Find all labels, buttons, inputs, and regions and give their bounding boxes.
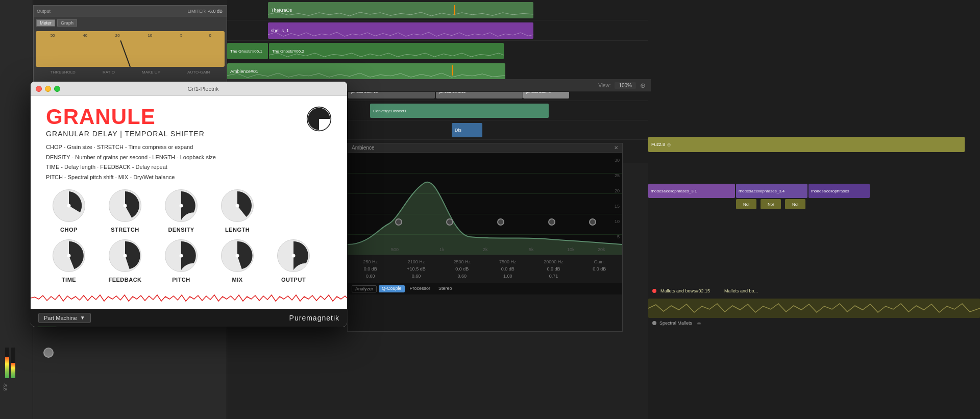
mallets-header: Mallets and bows#02.15 Mallets and bo... <box>648 286 980 296</box>
mallets-label2: Mallets and bo... <box>724 288 758 293</box>
eq-band-5: 20000 Hz 0.0 dB 0.71 <box>531 259 577 279</box>
knob-mix[interactable] <box>219 238 255 274</box>
waveform-thekraos <box>268 10 533 18</box>
limiter-label: LIMITER <box>187 9 206 14</box>
desc-line-3: TIME - Delay length · FEEDBACK - Delay r… <box>46 163 332 172</box>
clip-rhodes31[interactable]: rhodes&cellophrases_3.1 <box>648 184 735 198</box>
clip-noi1[interactable]: Noi <box>736 199 756 209</box>
eq-node-5[interactable] <box>589 218 596 226</box>
clip-shellis[interactable]: shellis_1 <box>268 22 533 39</box>
knob-mix-container: MIX <box>214 238 260 283</box>
level-meters <box>5 348 15 378</box>
db-label: -5.8 <box>3 383 8 391</box>
eq-node-2[interactable] <box>446 218 453 226</box>
clip-fuzz8[interactable]: Fuzz.8 ◎ <box>648 137 965 152</box>
fader-knob[interactable] <box>43 348 54 358</box>
granule-header: GRANULE GRANULAR DELAY | TEMPORAL SHIFTE… <box>46 106 332 138</box>
clip-dis[interactable]: Dis <box>452 123 482 137</box>
track-shellis: shellis_1 <box>227 20 651 41</box>
granule-title-area: GRANULE GRANULAR DELAY | TEMPORAL SHIFTE… <box>46 106 205 138</box>
eq-close-btn[interactable]: ✕ <box>614 145 618 151</box>
knob-density[interactable] <box>163 188 199 224</box>
ratio-label: RATIO <box>103 70 115 75</box>
waveform-ambience01 <box>227 71 505 80</box>
waveform-ghosts2 <box>269 51 504 59</box>
makeup-label: MAKE UP <box>142 70 160 75</box>
dis-label: Dis <box>455 128 461 133</box>
tab-stereo[interactable]: Stereo <box>435 285 455 292</box>
knob-stretch[interactable] <box>107 188 143 224</box>
fuzz8-label: Fuzz.8 <box>651 142 665 147</box>
knob-output-container: OUTPUT <box>271 238 316 283</box>
knob-mix-label: MIX <box>232 277 242 283</box>
meter-2 <box>11 348 15 378</box>
link-btn[interactable]: ⊕ <box>640 82 646 89</box>
meter-graph-toggle: Meter Graph <box>36 19 77 27</box>
freq-2k: 2k <box>483 247 488 252</box>
clip-noi2[interactable]: Noi <box>761 199 781 209</box>
svg-line-0 <box>120 40 130 67</box>
part-machine-label: Part Machine <box>44 315 77 321</box>
meter-1 <box>5 348 9 378</box>
svg-point-17 <box>236 254 239 258</box>
waveform-svg <box>31 288 347 308</box>
eq-band2-db: +10.5 dB <box>407 266 425 272</box>
maximize-button[interactable] <box>54 86 60 92</box>
clip-ghosts2[interactable]: The Ghosts'#06.2 <box>269 43 504 59</box>
knob-length[interactable] <box>219 188 255 224</box>
clip-ambience01[interactable]: Ambience#01 <box>227 63 505 80</box>
eq-node-3[interactable] <box>497 218 504 226</box>
close-button[interactable] <box>36 86 42 92</box>
eq-graph[interactable]: 30 25 20 15 10 5 500 1k 2k 5k 10k 20k <box>348 153 622 255</box>
eq-band5-freq-label: 20000 Hz <box>544 259 564 264</box>
tab-analyzer[interactable]: Analyzer <box>352 285 377 292</box>
noi2-label: Noi <box>768 202 774 207</box>
knob-stretch-container: STRETCH <box>102 188 148 233</box>
clip-noi3[interactable]: Noi <box>785 199 805 209</box>
granule-title: GRANULE <box>46 106 205 128</box>
part-machine-dropdown[interactable]: Part Machine ▼ <box>38 313 91 323</box>
knob-chop-container: CHOP <box>46 188 92 233</box>
clip-rhodes31-label: rhodes&cellophrases_3.1 <box>651 189 697 193</box>
desc-line-4: PITCH - Spectral pitch shift · MIX - Dry… <box>46 173 332 182</box>
graph-button[interactable]: Graph <box>57 19 77 27</box>
clip-thekraos[interactable]: TheKraOs <box>268 2 533 18</box>
meter-button[interactable]: Meter <box>36 19 55 27</box>
granule-titlebar: Gr/1-Plectrik <box>31 82 347 96</box>
eq-band-1: 250 Hz 0.0 dB 0.60 <box>348 259 394 279</box>
knob-chop[interactable] <box>51 188 87 224</box>
loop-marker-1 <box>454 5 455 15</box>
eq-gain-label: Gain: <box>594 259 605 264</box>
eq-band1-db: 0.0 dB <box>364 266 377 272</box>
fuzz8-icon: ◎ <box>667 142 671 147</box>
knob-pitch[interactable] <box>163 238 199 274</box>
zoom-text[interactable]: 100% <box>615 82 636 89</box>
analyzer-tabs: Analyzer Q-Couple Processor Stereo <box>348 283 622 294</box>
knob-feedback[interactable] <box>107 238 143 274</box>
right-tracks-area: rhodes&cellophrases_3.1 rhodes&cellophra… <box>648 0 980 419</box>
eq-curve-svg <box>348 153 622 255</box>
clip-converge[interactable]: ConvergeDissect1 <box>370 104 549 118</box>
eq-band-3: 2500 Hz 0.0 dB 0.60 <box>439 259 485 279</box>
mallets-label: Mallets and bows#02.15 <box>660 288 710 293</box>
svg-point-11 <box>67 254 71 258</box>
clip-rhodes-cont[interactable]: rhodes&cellophrases <box>808 184 870 198</box>
minimize-button[interactable] <box>45 86 51 92</box>
knob-output-label: OUTPUT <box>281 277 306 283</box>
eq-node-4[interactable] <box>548 218 555 226</box>
eq-band4-freq-label: 7500 Hz <box>499 259 517 264</box>
eq-node-1[interactable] <box>395 218 402 226</box>
knob-length-container: LENGTH <box>214 188 260 233</box>
knob-output[interactable] <box>276 238 311 274</box>
tab-qcouple[interactable]: Q-Couple <box>379 285 405 292</box>
waveform-mallets <box>648 299 980 318</box>
knob-time[interactable] <box>51 238 87 274</box>
track-ambience01: Ambience#01 <box>227 61 651 82</box>
clip-rhodes34[interactable]: rhodes&cellophrases_3.4 <box>736 184 807 198</box>
tab-processor[interactable]: Processor <box>407 285 434 292</box>
clip-mallets[interactable] <box>648 299 980 318</box>
threshold-label: THRESHOLD <box>51 70 76 75</box>
limiter-right-controls: LIMITER -6.0 dB <box>187 9 223 14</box>
knob-density-container: DENSITY <box>158 188 204 233</box>
clip-ghosts1[interactable]: The Ghosts'#06.1 <box>227 43 268 59</box>
